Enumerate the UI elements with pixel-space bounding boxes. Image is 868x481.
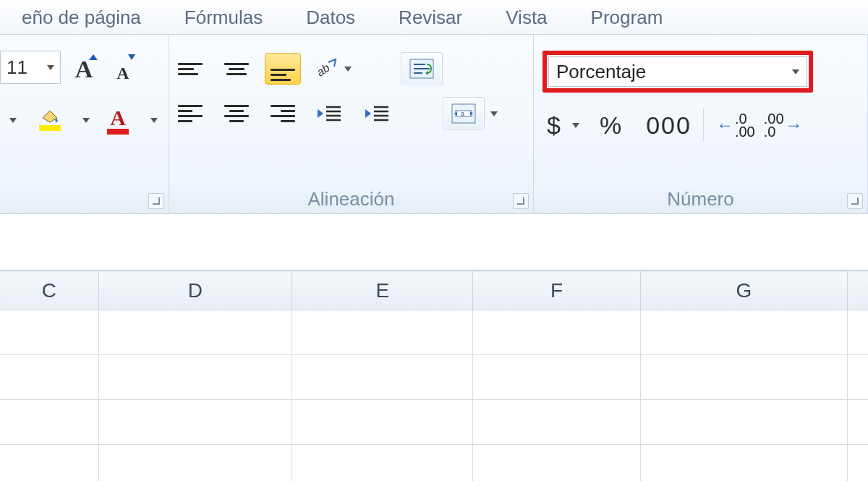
cell[interactable] bbox=[641, 445, 848, 482]
merge-cells-icon: a bbox=[451, 103, 476, 124]
align-lines-icon bbox=[224, 105, 249, 122]
ribbon-tabs: eño de página Fórmulas Datos Revisar Vis… bbox=[0, 0, 868, 35]
tab-data[interactable]: Datos bbox=[284, 0, 377, 35]
svg-text:a: a bbox=[461, 110, 464, 117]
spreadsheet-grid[interactable]: C D E F G bbox=[0, 271, 868, 481]
arrow-left-icon: ← bbox=[716, 115, 733, 135]
dialog-launcher-icon[interactable] bbox=[847, 193, 863, 209]
font-color-button[interactable]: A bbox=[97, 104, 139, 136]
paint-bucket-icon bbox=[40, 109, 60, 124]
decrease-font-size-button[interactable]: A bbox=[104, 51, 142, 84]
align-right-button[interactable] bbox=[265, 98, 301, 129]
ribbon: 11 A A bbox=[0, 35, 868, 214]
chevron-down-icon bbox=[792, 69, 799, 75]
cell[interactable] bbox=[847, 400, 868, 445]
wrap-text-button[interactable] bbox=[401, 52, 443, 85]
grid-row[interactable] bbox=[0, 445, 868, 482]
column-header[interactable]: G bbox=[641, 271, 848, 310]
cell[interactable] bbox=[641, 355, 848, 400]
cell[interactable] bbox=[292, 445, 473, 482]
column-header-row: C D E F G bbox=[0, 271, 868, 310]
cell[interactable] bbox=[473, 400, 641, 445]
grid-row[interactable] bbox=[0, 355, 868, 400]
font-size-value: 11 bbox=[7, 56, 27, 79]
align-center-button[interactable] bbox=[218, 98, 255, 129]
align-lines-icon bbox=[271, 56, 295, 81]
align-top-center-button[interactable] bbox=[218, 53, 255, 85]
tab-formulas[interactable]: Fórmulas bbox=[163, 0, 284, 35]
font-color-swatch bbox=[107, 129, 129, 135]
group-label: Número bbox=[667, 188, 733, 210]
cell[interactable] bbox=[0, 445, 98, 482]
grid-row[interactable] bbox=[0, 400, 868, 445]
align-lines-icon bbox=[178, 63, 203, 75]
decimal-icon: .00.0 bbox=[764, 112, 784, 138]
increase-indent-button[interactable] bbox=[359, 98, 396, 129]
cell[interactable] bbox=[473, 445, 641, 482]
percent-style-button[interactable]: % bbox=[600, 111, 621, 140]
decrease-decimal-button[interactable]: .00.0 → bbox=[763, 111, 804, 139]
accounting-format-button[interactable]: $ bbox=[547, 111, 561, 140]
cell[interactable] bbox=[0, 355, 98, 400]
merge-center-button[interactable]: a bbox=[443, 97, 485, 130]
group-label: Alineación bbox=[308, 188, 395, 210]
column-header[interactable]: C bbox=[0, 271, 98, 310]
align-bottom-button-selected[interactable] bbox=[265, 53, 301, 85]
column-header[interactable]: D bbox=[98, 271, 292, 310]
increase-decimal-button[interactable]: ← .0.00 bbox=[715, 111, 756, 139]
grid-row[interactable] bbox=[0, 310, 868, 355]
chevron-down-icon bbox=[344, 67, 352, 72]
chevron-down-icon[interactable] bbox=[572, 123, 579, 128]
increase-font-size-button[interactable]: A bbox=[65, 51, 103, 84]
letter-a-small-icon: A bbox=[116, 64, 129, 83]
increase-indent-icon bbox=[364, 103, 391, 124]
borders-split-arrow[interactable] bbox=[0, 104, 22, 136]
cell[interactable] bbox=[641, 310, 848, 355]
tab-view[interactable]: Vista bbox=[484, 0, 569, 35]
column-header[interactable]: E bbox=[292, 271, 473, 310]
cell[interactable] bbox=[98, 400, 292, 445]
cell[interactable] bbox=[292, 355, 473, 400]
chevron-down-icon bbox=[47, 65, 54, 70]
decrease-indent-button[interactable] bbox=[311, 98, 349, 129]
align-left-button[interactable] bbox=[172, 98, 208, 129]
decrease-indent-icon bbox=[316, 103, 344, 124]
chevron-down-icon[interactable] bbox=[82, 118, 90, 123]
cell[interactable] bbox=[0, 400, 98, 445]
cell[interactable] bbox=[473, 310, 641, 355]
orientation-button[interactable]: ab bbox=[311, 51, 354, 86]
separator bbox=[703, 108, 704, 142]
font-size-combo[interactable]: 11 bbox=[0, 51, 61, 84]
cell[interactable] bbox=[98, 310, 292, 355]
tab-developer[interactable]: Program bbox=[569, 0, 685, 35]
cell[interactable] bbox=[641, 400, 848, 445]
cell[interactable] bbox=[98, 355, 292, 400]
cell[interactable] bbox=[847, 310, 868, 355]
chevron-down-icon[interactable] bbox=[490, 111, 498, 116]
group-font: 11 A A bbox=[0, 35, 169, 213]
comma-style-button[interactable]: 000 bbox=[646, 111, 692, 140]
cell[interactable] bbox=[292, 310, 473, 355]
dialog-launcher-icon[interactable] bbox=[513, 193, 529, 209]
cell[interactable] bbox=[847, 445, 868, 482]
number-format-value: Porcentaje bbox=[556, 61, 646, 83]
cell[interactable] bbox=[847, 355, 868, 400]
column-header[interactable] bbox=[847, 271, 868, 310]
align-top-left-button[interactable] bbox=[172, 53, 208, 85]
cell[interactable] bbox=[0, 310, 98, 355]
tab-page-layout[interactable]: eño de página bbox=[0, 0, 163, 35]
chevron-down-icon bbox=[9, 118, 17, 123]
column-header[interactable]: F bbox=[473, 271, 641, 310]
letter-a-icon: A bbox=[110, 106, 126, 130]
cell[interactable] bbox=[292, 400, 473, 445]
decimal-icon: .0.00 bbox=[735, 112, 755, 138]
dialog-launcher-icon[interactable] bbox=[148, 193, 164, 209]
arrow-right-icon: → bbox=[786, 115, 803, 135]
number-format-combo[interactable]: Porcentaje bbox=[548, 56, 807, 87]
cell[interactable] bbox=[98, 445, 292, 482]
cell[interactable] bbox=[473, 355, 641, 400]
group-number: Porcentaje $ % 000 ← .0.00 .00.0 → bbox=[534, 35, 868, 213]
tab-review[interactable]: Revisar bbox=[377, 0, 484, 35]
fill-color-button[interactable] bbox=[29, 104, 71, 136]
chevron-down-icon[interactable] bbox=[150, 118, 158, 123]
